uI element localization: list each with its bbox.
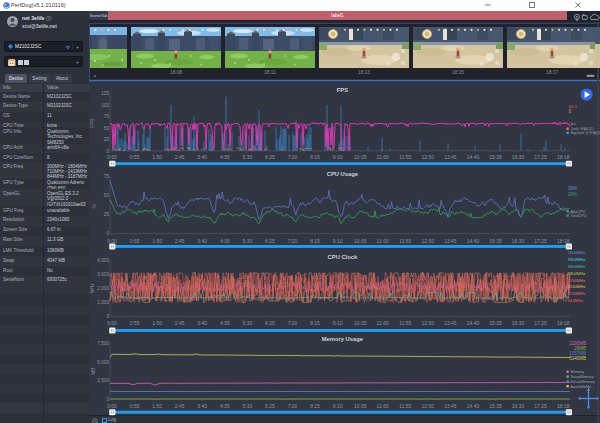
svg-text:5:30: 5:30: [243, 154, 253, 160]
svg-text:2:45: 2:45: [175, 154, 185, 160]
svg-text:CPU Clock: CPU Clock: [328, 254, 358, 260]
svg-text:MB: MB: [91, 367, 97, 375]
svg-text:1804MHz: 1804MHz: [568, 250, 586, 255]
svg-text:1804MHz: 1804MHz: [568, 257, 586, 262]
svg-text:5140MB: 5140MB: [569, 356, 586, 361]
svg-text:8:15: 8:15: [310, 154, 320, 160]
svg-text:13:45: 13:45: [444, 403, 457, 409]
svg-text:0:00: 0:00: [107, 320, 117, 326]
svg-text:BigJank 大卡顿(次): BigJank 大卡顿(次): [571, 130, 600, 135]
svg-text:11:55: 11:55: [399, 154, 411, 160]
svg-text:2:45: 2:45: [175, 320, 185, 326]
svg-text:TotalCPU: TotalCPU: [571, 214, 587, 218]
svg-text:1:50: 1:50: [152, 320, 162, 326]
svg-text:0:00: 0:00: [107, 154, 117, 160]
svg-text:17:25: 17:25: [534, 403, 547, 409]
svg-text:5:30: 5:30: [243, 403, 253, 409]
svg-text:9:10: 9:10: [333, 238, 343, 244]
svg-text:%: %: [92, 203, 98, 208]
svg-text:2,500: 2,500: [97, 378, 109, 383]
svg-text:17:25: 17:25: [534, 238, 547, 244]
svg-text:VirtualMemory: VirtualMemory: [571, 380, 596, 384]
svg-text:1:50: 1:50: [152, 154, 162, 160]
svg-text:1:50: 1:50: [152, 403, 162, 409]
svg-text:11:55: 11:55: [399, 320, 411, 326]
svg-text:AvailableMe...: AvailableMe...: [571, 385, 595, 389]
svg-text:15:35: 15:35: [489, 320, 502, 326]
svg-text:18:18: 18:18: [557, 320, 570, 326]
svg-text:6:25: 6:25: [265, 154, 275, 160]
svg-text:39%: 39%: [568, 186, 577, 191]
svg-text:15:35: 15:35: [489, 238, 502, 244]
svg-text:0:00: 0:00: [107, 238, 117, 244]
svg-text:2150MHz: 2150MHz: [568, 284, 586, 289]
svg-text:10:05: 10:05: [354, 154, 367, 160]
svg-text:FPS: FPS: [337, 87, 348, 93]
svg-text:17:25: 17:25: [534, 320, 547, 326]
svg-text:844MHz: 844MHz: [568, 298, 584, 303]
svg-text:Memory Usage: Memory Usage: [322, 336, 364, 342]
svg-text:13:45: 13:45: [444, 320, 457, 326]
svg-text:9:10: 9:10: [333, 403, 343, 409]
svg-text:18:18: 18:18: [557, 238, 570, 244]
svg-text:4:35: 4:35: [220, 154, 230, 160]
svg-text:8:15: 8:15: [310, 320, 320, 326]
svg-text:11:55: 11:55: [399, 403, 411, 409]
svg-text:0:55: 0:55: [130, 320, 140, 326]
svg-text:AppCPU: AppCPU: [571, 210, 586, 214]
svg-text:3:40: 3:40: [197, 320, 207, 326]
svg-text:4,000: 4,000: [97, 258, 109, 263]
svg-text:3:40: 3:40: [197, 238, 207, 244]
svg-text:0:00: 0:00: [107, 403, 117, 409]
svg-text:FPS: FPS: [90, 118, 96, 128]
svg-text:12:50: 12:50: [422, 238, 435, 244]
svg-text:16:30: 16:30: [512, 238, 525, 244]
svg-text:10:05: 10:05: [354, 403, 367, 409]
svg-text:16:30: 16:30: [512, 403, 525, 409]
svg-text:1804MHz: 1804MHz: [568, 264, 586, 269]
svg-text:0:55: 0:55: [130, 403, 140, 409]
svg-text:2:45: 2:45: [175, 403, 185, 409]
svg-text:6:25: 6:25: [265, 238, 275, 244]
svg-text:15:35: 15:35: [489, 154, 502, 160]
svg-text:14:40: 14:40: [467, 320, 480, 326]
svg-text:4:35: 4:35: [220, 238, 230, 244]
svg-text:11:00: 11:00: [377, 320, 389, 326]
svg-text:0: 0: [568, 109, 571, 114]
svg-text:CPU Usage: CPU Usage: [327, 171, 359, 177]
svg-text:14:40: 14:40: [467, 154, 480, 160]
svg-text:11:55: 11:55: [399, 238, 411, 244]
svg-text:2,000: 2,000: [97, 286, 109, 291]
svg-text:16:30: 16:30: [512, 154, 525, 160]
svg-text:4:35: 4:35: [220, 403, 230, 409]
svg-text:12:50: 12:50: [422, 154, 435, 160]
svg-text:17:25: 17:25: [534, 154, 547, 160]
svg-text:0:55: 0:55: [130, 238, 140, 244]
svg-text:8:15: 8:15: [310, 403, 320, 409]
svg-text:125: 125: [101, 91, 109, 96]
svg-text:3:40: 3:40: [197, 154, 207, 160]
svg-text:12:50: 12:50: [422, 403, 435, 409]
svg-text:7:20: 7:20: [288, 403, 298, 409]
svg-text:10:05: 10:05: [354, 238, 367, 244]
svg-text:12:50: 12:50: [422, 320, 435, 326]
svg-text:15:35: 15:35: [489, 403, 502, 409]
svg-text:2:45: 2:45: [175, 238, 185, 244]
svg-text:3:40: 3:40: [197, 403, 207, 409]
svg-text:11:00: 11:00: [377, 238, 389, 244]
svg-text:26%: 26%: [568, 192, 577, 197]
svg-text:5:30: 5:30: [243, 238, 253, 244]
svg-text:0:55: 0:55: [130, 154, 140, 160]
svg-text:1:50: 1:50: [152, 238, 162, 244]
svg-text:2150MHz: 2150MHz: [568, 278, 586, 283]
svg-text:1804MHz: 1804MHz: [568, 271, 586, 276]
svg-text:4:35: 4:35: [220, 320, 230, 326]
svg-text:6:25: 6:25: [265, 403, 275, 409]
svg-text:10:05: 10:05: [354, 320, 367, 326]
svg-text:100: 100: [101, 103, 109, 108]
svg-text:9:10: 9:10: [333, 320, 343, 326]
svg-text:11:00: 11:00: [377, 403, 389, 409]
svg-text:7:20: 7:20: [288, 154, 298, 160]
svg-text:2150MHz: 2150MHz: [568, 291, 586, 296]
svg-text:18:18: 18:18: [557, 154, 570, 160]
